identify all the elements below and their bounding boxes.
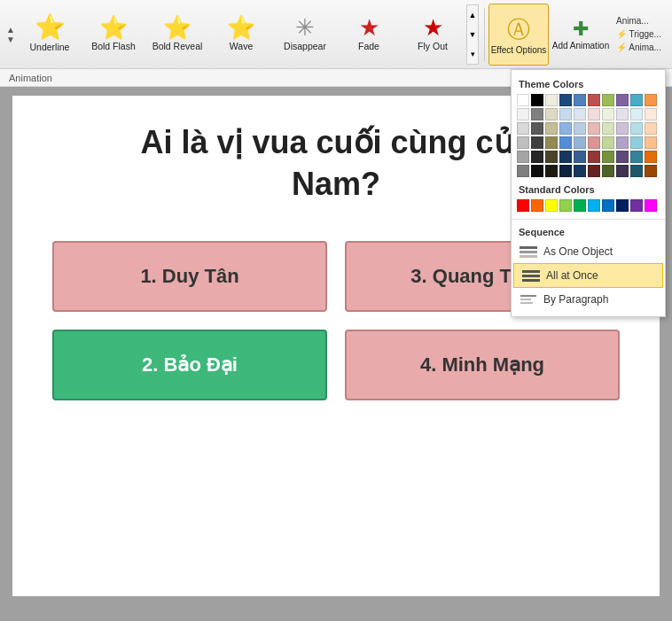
theme-color-swatch[interactable] <box>602 122 614 135</box>
theme-color-swatch[interactable] <box>616 108 629 120</box>
theme-color-swatch[interactable] <box>602 136 614 149</box>
theme-color-swatch[interactable] <box>559 108 572 120</box>
answer-2-label: 2. Bảo Đại <box>142 353 238 376</box>
theme-color-swatch[interactable] <box>545 108 558 120</box>
theme-color-swatch[interactable] <box>517 165 529 177</box>
theme-color-swatch[interactable] <box>559 151 572 163</box>
svg-rect-1 <box>520 251 537 253</box>
scroll-up-arrow[interactable]: ▲▼ <box>4 4 18 66</box>
theme-color-swatch[interactable] <box>616 122 629 135</box>
effect-options-button[interactable]: Ⓐ Effect Options <box>488 4 549 66</box>
wave-animation[interactable]: ⭐ Wave <box>209 4 273 66</box>
theme-color-swatch[interactable] <box>630 151 643 163</box>
theme-color-swatch[interactable] <box>517 122 529 135</box>
standard-colors-title: Standard Colors <box>512 181 665 198</box>
theme-color-swatch[interactable] <box>588 151 600 163</box>
theme-color-swatch[interactable] <box>574 165 586 177</box>
standard-color-swatch[interactable] <box>588 199 600 212</box>
theme-color-swatch[interactable] <box>616 151 629 163</box>
theme-color-swatch[interactable] <box>645 108 657 120</box>
standard-color-swatch[interactable] <box>630 199 643 212</box>
sequence-all-at-once-icon <box>521 268 541 283</box>
theme-color-swatch[interactable] <box>517 108 529 120</box>
theme-color-swatch[interactable] <box>645 122 657 135</box>
standard-color-swatch[interactable] <box>616 199 629 212</box>
theme-color-swatch[interactable] <box>545 151 558 163</box>
anima-label-2: ⚡ Anima... <box>613 41 665 54</box>
bold-reveal-animation[interactable]: ⭐ Bold Reveal <box>145 4 209 66</box>
standard-color-swatch[interactable] <box>645 199 657 212</box>
underline-animation[interactable]: ⭐ Underline <box>18 4 82 66</box>
theme-color-swatch[interactable] <box>531 136 543 149</box>
theme-color-swatch[interactable] <box>545 165 558 177</box>
standard-color-swatch[interactable] <box>531 199 543 212</box>
fly-out-animation[interactable]: ★ Fly Out <box>401 4 465 66</box>
theme-color-swatch[interactable] <box>574 151 586 163</box>
theme-color-swatch[interactable] <box>559 165 572 177</box>
theme-color-swatch[interactable] <box>588 136 600 149</box>
theme-color-swatch[interactable] <box>630 122 643 135</box>
theme-color-swatch[interactable] <box>531 108 543 120</box>
theme-color-swatch[interactable] <box>630 94 643 106</box>
theme-color-swatch[interactable] <box>645 136 657 149</box>
theme-color-swatch[interactable] <box>531 151 543 163</box>
theme-color-swatch[interactable] <box>559 122 572 135</box>
sequence-by-paragraph[interactable]: By Paragraph <box>512 288 665 311</box>
theme-color-swatch[interactable] <box>630 136 643 149</box>
fade-animation[interactable]: ★ Fade <box>337 4 401 66</box>
effect-options-icon: Ⓐ <box>507 14 530 45</box>
theme-color-swatch[interactable] <box>645 94 657 106</box>
scroll-up-btn[interactable]: ▲ <box>467 11 478 19</box>
theme-color-swatch[interactable] <box>531 94 543 106</box>
sequence-as-one-object-label: As One Object <box>543 245 613 258</box>
standard-color-swatch[interactable] <box>559 199 572 212</box>
theme-color-swatch[interactable] <box>517 151 529 163</box>
theme-color-swatch[interactable] <box>517 136 529 149</box>
add-animation-button[interactable]: ✚ Add Animation <box>551 4 611 66</box>
theme-color-swatch[interactable] <box>559 136 572 149</box>
theme-color-swatch[interactable] <box>645 151 657 163</box>
scroll-more-btn[interactable]: ▾ <box>467 50 478 58</box>
bold-flash-animation[interactable]: ⭐ Bold Flash <box>82 4 145 66</box>
theme-color-swatch[interactable] <box>574 108 586 120</box>
theme-color-swatch[interactable] <box>574 94 586 106</box>
theme-color-swatch[interactable] <box>545 122 558 135</box>
disappear-animation[interactable]: ✳ Disappear <box>273 4 337 66</box>
theme-color-swatch[interactable] <box>531 165 543 177</box>
theme-color-swatch[interactable] <box>588 94 600 106</box>
theme-color-swatch[interactable] <box>602 151 614 163</box>
standard-color-swatch[interactable] <box>574 199 586 212</box>
theme-color-swatch[interactable] <box>588 108 600 120</box>
theme-color-swatch[interactable] <box>588 165 600 177</box>
answer-box-2[interactable]: 2. Bảo Đại <box>52 330 327 400</box>
animation-scroll-arrows[interactable]: ▲ ▼ ▾ <box>466 4 479 65</box>
theme-color-swatch[interactable] <box>574 122 586 135</box>
answer-box-1[interactable]: 1. Duy Tân <box>52 241 327 312</box>
theme-color-swatch[interactable] <box>559 94 572 106</box>
theme-color-swatch[interactable] <box>602 108 614 120</box>
theme-color-swatch[interactable] <box>545 136 558 149</box>
theme-color-swatch[interactable] <box>602 94 614 106</box>
theme-color-swatch[interactable] <box>545 94 558 106</box>
theme-color-swatch[interactable] <box>616 165 629 177</box>
standard-color-swatch[interactable] <box>517 199 529 212</box>
theme-color-swatch[interactable] <box>574 136 586 149</box>
theme-color-swatch[interactable] <box>616 136 629 149</box>
sequence-as-one-object[interactable]: As One Object <box>512 240 665 263</box>
theme-color-swatch[interactable] <box>630 108 643 120</box>
sequence-by-paragraph-label: By Paragraph <box>543 293 608 306</box>
theme-color-swatch[interactable] <box>616 94 629 106</box>
standard-color-swatch[interactable] <box>545 199 558 212</box>
theme-color-swatch[interactable] <box>602 165 614 177</box>
theme-color-swatch[interactable] <box>531 122 543 135</box>
scroll-down-btn[interactable]: ▼ <box>467 30 478 39</box>
theme-color-swatch[interactable] <box>630 165 643 177</box>
sequence-all-at-once[interactable]: All at Once <box>513 263 663 288</box>
fly-out-icon: ★ <box>423 16 443 39</box>
theme-color-swatch[interactable] <box>517 94 529 106</box>
theme-color-swatch[interactable] <box>588 122 600 135</box>
theme-color-swatch[interactable] <box>645 165 657 177</box>
standard-color-swatch[interactable] <box>602 199 614 212</box>
answer-box-4[interactable]: 4. Minh Mạng <box>345 330 620 400</box>
wave-icon: ⭐ <box>227 16 255 39</box>
